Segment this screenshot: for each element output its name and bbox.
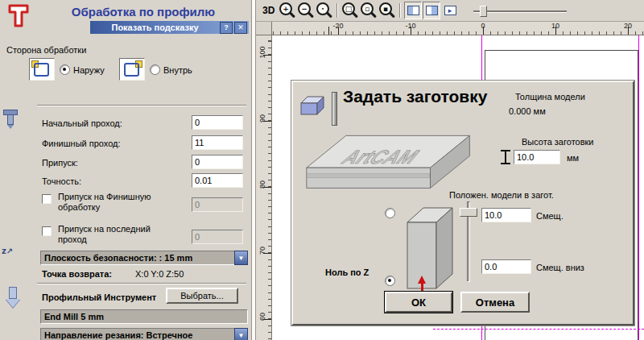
swap-view-icon[interactable]: ▸ [441, 2, 459, 19]
app-logo-icon [6, 2, 31, 30]
toolbar-separator [399, 3, 401, 18]
initial-pass-label: Начальный проход: [42, 118, 122, 128]
finish-pass-input[interactable] [192, 135, 243, 150]
vertical-ruler: 100 90 80 70 60 [256, 35, 272, 340]
cancel-button[interactable]: Отмена [460, 292, 530, 313]
view-toolbar: 3D + − ∙ □ ▫ ▪ ▸ [256, 0, 644, 22]
split-view-left-icon[interactable] [404, 2, 422, 19]
split-view-right-icon[interactable] [423, 2, 440, 19]
offset-down-input[interactable] [481, 259, 531, 274]
outside-icon-button[interactable] [29, 58, 55, 81]
return-point-value: X:0 Y:0 Z:50 [135, 269, 184, 279]
finish-allowance-input [192, 197, 243, 212]
profile-tool-label: Профильный Инструмент [42, 292, 156, 302]
help-button[interactable]: ? [220, 22, 233, 34]
safety-plane-select[interactable]: Плоскость безопасности: : 15 mm ▼ [40, 251, 248, 265]
radio-inside-circle[interactable] [150, 64, 160, 75]
finish-pass-label: Финишный проход: [42, 139, 121, 148]
zoom-in-icon[interactable]: + [279, 2, 296, 19]
blank-height-label: Высота заготовки [522, 137, 593, 147]
view-slider-track[interactable] [473, 10, 567, 13]
cut-direction-select[interactable]: Направление резания: Встречное ▼ [40, 328, 248, 340]
end-mill-icon [3, 110, 18, 129]
outside-contour-icon [34, 63, 49, 77]
selected-tool-name: End Mill 5 mm [44, 312, 104, 321]
allowance-label: Припуск: [42, 158, 78, 168]
view-mode-label: 3D [262, 5, 275, 16]
position-slider-handle[interactable] [460, 208, 477, 217]
zoom-previous-icon[interactable]: ∙ [316, 2, 333, 19]
model-position-label: Положен. модели в загот. [449, 190, 554, 200]
return-point-icon: z↗ [2, 247, 13, 255]
zoom-out-icon[interactable]: − [297, 2, 315, 19]
zoom-fit-icon[interactable]: □ [341, 2, 359, 19]
hint-label: Показать подсказку [90, 23, 220, 32]
allowance-input[interactable] [192, 155, 243, 169]
choose-tool-button[interactable]: Выбрать... [166, 288, 238, 304]
last-pass-allowance-input [192, 230, 243, 244]
initial-pass-input[interactable] [192, 115, 243, 130]
offset-down-label: Смещ. вниз [536, 263, 584, 272]
profile-machining-panel: Обработка по профилю Показать подсказку … [0, 0, 251, 340]
tolerance-label: Точность: [42, 176, 81, 186]
safety-plane-value: Плоскость безопасности: : 15 mm [44, 253, 192, 263]
radio-inside[interactable]: Внутрь [150, 64, 192, 75]
blank-height-input[interactable] [514, 150, 560, 164]
radio-inside-label: Внутрь [163, 65, 192, 75]
finish-allowance-checkbox[interactable] [42, 194, 52, 204]
zero-position-arrow-icon [417, 276, 427, 291]
zoom-object-icon[interactable]: ▪ [378, 2, 396, 19]
lead-in-arrow-icon [5, 287, 21, 311]
guide-line-right [638, 35, 639, 340]
tolerance-input[interactable] [192, 173, 243, 188]
offset-input[interactable] [481, 208, 531, 222]
cut-direction-dropdown-button[interactable]: ▼ [234, 328, 248, 340]
blank-block-illustration [401, 197, 459, 295]
zero-z-label: Ноль по Z [325, 267, 369, 277]
set-blank-dialog: Задать заготовку Толщина модели 0.000 мм… [291, 81, 634, 325]
model-thickness-label: Толщина модели [515, 92, 585, 102]
return-point-label: Точка возврата: [42, 269, 112, 279]
last-pass-allowance-checkbox[interactable] [42, 226, 52, 236]
hint-header-bar: Показать подсказку ? ✕ [90, 21, 249, 34]
ok-button[interactable]: ОК [385, 292, 452, 313]
inside-icon-button[interactable] [119, 58, 145, 81]
app-screen: Обработка по профилю Показать подсказку … [0, 0, 644, 340]
radio-outside-circle[interactable] [60, 64, 70, 75]
zero-bottom-radio[interactable] [385, 276, 395, 286]
inside-contour-icon [124, 63, 139, 77]
offset-label: Смещ. [536, 211, 564, 221]
zoom-window-icon[interactable]: ▫ [360, 2, 378, 19]
toolbar-separator [336, 3, 338, 18]
ruler-corner [256, 22, 272, 35]
radio-outside-label: Наружу [73, 65, 105, 75]
guide-line-bottom [433, 329, 644, 330]
blank-illustration: ArtCAM [298, 122, 480, 194]
radio-outside[interactable]: Наружу [60, 64, 105, 75]
dialog-title: Задать заготовку [343, 87, 487, 106]
cut-direction-value: Направление резания: Встречное [44, 330, 192, 340]
horizontal-ruler: -20 -10 0 10 20 [272, 22, 644, 35]
safety-plane-dropdown-button[interactable]: ▼ [234, 251, 248, 265]
zero-top-radio[interactable] [385, 208, 395, 218]
view-slider-handle[interactable] [480, 6, 487, 17]
separator [37, 283, 246, 284]
close-hint-button[interactable]: ✕ [234, 22, 247, 34]
finish-allowance-label: Припуск на Финишную обработку [58, 192, 180, 213]
height-measure-icon [501, 150, 510, 164]
machining-side-label: Сторона обработки [6, 45, 86, 55]
selected-tool-bar[interactable]: End Mill 5 mm [40, 309, 248, 324]
separator [37, 105, 246, 106]
blank-height-unit: мм [567, 153, 579, 163]
model-thickness-value: 0.000 мм [509, 106, 546, 116]
panel-title: Обработка по профилю [42, 5, 245, 19]
model-cube-icon [298, 93, 327, 119]
thickness-pole-icon [332, 92, 337, 126]
last-pass-allowance-label: Припуск на последний проход [58, 224, 180, 245]
